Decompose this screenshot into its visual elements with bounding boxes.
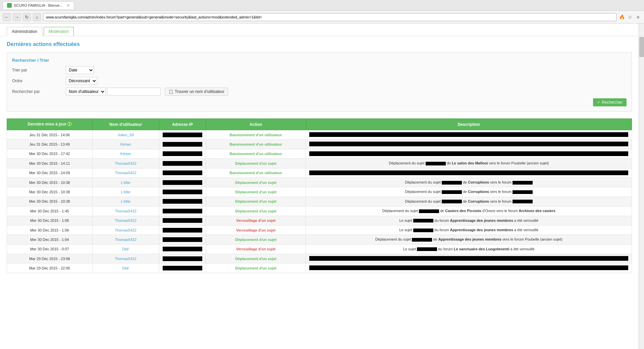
home-btn[interactable]: ⌂ xyxy=(33,13,41,21)
cell-ip xyxy=(159,159,206,168)
tab-close-btn[interactable]: ✕ xyxy=(67,3,70,8)
page-title: Dernières actions effectuées xyxy=(7,41,632,47)
page-main: Administration Modération Dernières acti… xyxy=(0,23,639,349)
cell-action: Déplacement d'un sujet xyxy=(206,178,306,187)
username-link[interactable]: Kérian xyxy=(120,142,131,146)
table-header: Dernière mise à jour ⓘ Nom d'utilisateur… xyxy=(7,119,632,130)
cell-ip xyxy=(159,187,206,197)
cell-username[interactable]: Thomas5422 xyxy=(92,206,159,216)
ip-redacted xyxy=(163,209,202,213)
address-bar[interactable] xyxy=(43,13,616,21)
cell-description xyxy=(306,149,632,158)
cell-username[interactable]: L'élite xyxy=(92,187,159,197)
tab-moderation[interactable]: Modération xyxy=(44,27,74,36)
cell-username[interactable]: Julien_S9 xyxy=(92,130,159,140)
trier-par-select[interactable]: Date Utilisateur xyxy=(66,66,94,74)
cell-date: Mar 29 Déc 2015 - 22:00 xyxy=(7,263,93,273)
cell-description: Déplacement du sujet de Le salon des Maf… xyxy=(306,159,632,168)
star-icon[interactable]: ☆ xyxy=(627,14,633,20)
cell-username[interactable]: Kérian xyxy=(92,140,159,149)
username-link[interactable]: L'élite xyxy=(121,190,130,194)
cell-ip xyxy=(159,216,206,225)
table-row: Mer 30 Déc 2015 - 10:38L'élite Déplaceme… xyxy=(7,178,632,187)
username-link[interactable]: L'élite xyxy=(121,199,130,203)
username-link[interactable]: Kérian xyxy=(120,152,131,156)
username-link[interactable]: Didi' xyxy=(122,247,129,251)
cell-username[interactable]: Didi' xyxy=(92,263,159,273)
username-link[interactable]: Thomas5422 xyxy=(115,257,137,261)
cell-username[interactable]: Kérian xyxy=(92,149,159,158)
search-icon: ✓ xyxy=(597,100,600,105)
username-link[interactable]: Thomas5422 xyxy=(115,171,137,175)
settings-icon[interactable]: ≡ xyxy=(635,14,641,20)
cell-username[interactable]: Thomas5422 xyxy=(92,254,159,263)
rechercher-par-select[interactable]: Nom d'utilisateur IP xyxy=(66,88,106,96)
find-username-btn[interactable]: 📋 Trouver un nom d'utilisateur xyxy=(165,88,228,96)
cell-action: Déplacement d'un sujet xyxy=(206,235,306,244)
cell-description: Le sujet du forum Apprentissage des jeun… xyxy=(306,216,632,225)
username-link[interactable]: Didi' xyxy=(122,266,129,270)
search-btn[interactable]: ✓ Rechercher xyxy=(593,98,627,106)
cell-ip xyxy=(159,225,206,235)
cell-date: Mer 30 Déc 2015 - 1:45 xyxy=(7,206,93,216)
table-row: Mer 30 Déc 2015 - 1:45Thomas5422 Déplace… xyxy=(7,206,632,216)
cell-ip xyxy=(159,254,206,263)
find-icon: 📋 xyxy=(168,89,173,94)
col-ip: Adresse IP xyxy=(159,119,206,130)
ip-redacted xyxy=(163,256,202,261)
forward-btn[interactable]: → xyxy=(13,13,21,21)
cell-ip xyxy=(159,206,206,216)
cell-username[interactable]: Thomas5422 xyxy=(92,159,159,168)
username-link[interactable]: Thomas5422 xyxy=(115,238,137,242)
cell-username[interactable]: L'élite xyxy=(92,178,159,187)
cell-ip xyxy=(159,197,206,206)
cell-date: Mer 30 Déc 2015 - 1:06 xyxy=(7,216,93,225)
scrollbar[interactable] xyxy=(639,23,644,349)
username-link[interactable]: Thomas5422 xyxy=(115,209,137,213)
ordre-row: Ordre Décroissant Croissant xyxy=(12,77,627,85)
cell-description: Le sujet du forum Apprentissage des jeun… xyxy=(306,225,632,235)
cell-username[interactable]: Thomas5422 xyxy=(92,168,159,178)
tab-administration[interactable]: Administration xyxy=(7,27,42,36)
username-link[interactable]: L'élite xyxy=(121,181,130,185)
rechercher-par-input[interactable] xyxy=(107,88,161,96)
ip-redacted xyxy=(163,190,202,194)
cell-date: Mer 30 Déc 2015 - 10:38 xyxy=(7,197,93,206)
cell-username[interactable]: L'élite xyxy=(92,197,159,206)
cell-description xyxy=(306,263,632,273)
cell-date: Mer 30 Déc 2015 - 10:38 xyxy=(7,178,93,187)
username-link[interactable]: Thomas5422 xyxy=(115,228,137,232)
refresh-btn[interactable]: ↻ xyxy=(23,13,31,21)
ordre-select[interactable]: Décroissant Croissant xyxy=(66,77,97,85)
username-link[interactable]: Thomas5422 xyxy=(115,161,137,165)
cell-date: Mer 30 Déc 2015 - 1:06 xyxy=(7,225,93,235)
ip-redacted xyxy=(163,247,202,251)
col-description: Description xyxy=(306,119,632,130)
username-link[interactable]: Julien_S9 xyxy=(118,133,134,137)
browser-controls: ← → ↻ ⌂ 🔥 ☆ ≡ xyxy=(0,11,644,23)
cell-ip xyxy=(159,235,206,244)
cell-username[interactable]: Thomas5422 xyxy=(92,235,159,244)
cell-username[interactable]: Thomas5422 xyxy=(92,216,159,225)
cell-date: Jeu 31 Déc 2015 - 14:06 xyxy=(7,130,93,140)
page-wrapper: Administration Modération Dernières acti… xyxy=(0,23,644,349)
ip-redacted xyxy=(163,180,202,185)
ip-redacted xyxy=(163,170,202,175)
browser-tab[interactable]: SCURO FAMIGLIA - Bienve... ✕ xyxy=(3,1,74,9)
rechercher-par-label: Rechercher par xyxy=(12,89,66,94)
cell-description: Déplacement du sujet de Apprentissage de… xyxy=(306,235,632,244)
cell-username[interactable]: Thomas5422 xyxy=(92,225,159,235)
cell-date: Mer 30 Déc 2015 - 0:07 xyxy=(7,244,93,254)
ip-redacted xyxy=(163,161,202,166)
cell-description: Déplacement du sujet de Corruptions vers… xyxy=(306,187,632,197)
ip-redacted xyxy=(163,266,202,270)
cell-action: Bannissement d'un utilisateur xyxy=(206,130,306,140)
browser-icons: 🔥 ☆ ≡ xyxy=(619,14,641,20)
extension-icon[interactable]: 🔥 xyxy=(619,14,625,20)
search-box-title: Rechercher / Trier xyxy=(12,58,627,63)
cell-username[interactable]: Didi' xyxy=(92,244,159,254)
back-btn[interactable]: ← xyxy=(3,13,11,21)
tab-title: SCURO FAMIGLIA - Bienve... xyxy=(14,3,63,7)
username-link[interactable]: Thomas5422 xyxy=(115,218,137,222)
trier-par-row: Trier par Date Utilisateur xyxy=(12,66,627,74)
